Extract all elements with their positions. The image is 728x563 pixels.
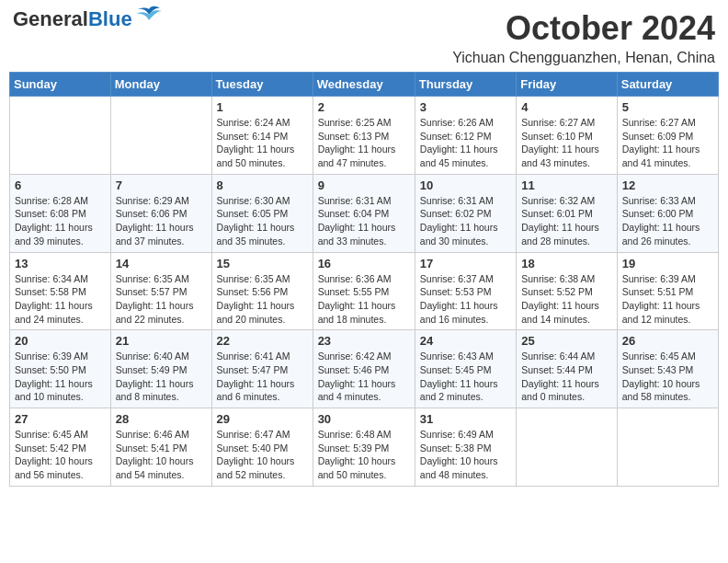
weekday-header-monday: Monday (110, 73, 211, 97)
day-number: 6 (15, 178, 106, 192)
calendar-cell: 18Sunrise: 6:38 AMSunset: 5:52 PMDayligh… (517, 252, 618, 330)
cell-info: Sunrise: 6:31 AMSunset: 6:04 PMDaylight:… (318, 195, 396, 247)
cell-info: Sunrise: 6:36 AMSunset: 5:55 PMDaylight:… (318, 273, 396, 325)
weekday-header-wednesday: Wednesday (313, 73, 415, 97)
day-number: 17 (420, 257, 511, 270)
cell-info: Sunrise: 6:28 AMSunset: 6:08 PMDaylight:… (15, 195, 93, 247)
cell-info: Sunrise: 6:29 AMSunset: 6:06 PMDaylight:… (116, 195, 194, 247)
calendar-cell: 14Sunrise: 6:35 AMSunset: 5:57 PMDayligh… (110, 252, 211, 330)
calendar-cell: 12Sunrise: 6:33 AMSunset: 6:00 PMDayligh… (617, 174, 718, 252)
day-number: 4 (521, 100, 612, 114)
day-number: 31 (420, 412, 511, 426)
calendar-week-row: 6Sunrise: 6:28 AMSunset: 6:08 PMDaylight… (10, 174, 719, 252)
cell-info: Sunrise: 6:43 AMSunset: 5:45 PMDaylight:… (420, 350, 498, 402)
calendar-cell (10, 97, 111, 175)
calendar-cell: 7Sunrise: 6:29 AMSunset: 6:06 PMDaylight… (110, 174, 211, 252)
cell-info: Sunrise: 6:35 AMSunset: 5:56 PMDaylight:… (217, 273, 295, 325)
cell-info: Sunrise: 6:44 AMSunset: 5:44 PMDaylight:… (521, 350, 599, 402)
cell-info: Sunrise: 6:42 AMSunset: 5:46 PMDaylight:… (318, 350, 396, 402)
weekday-header-sunday: Sunday (10, 73, 111, 97)
day-number: 13 (15, 257, 106, 270)
day-number: 8 (217, 178, 308, 192)
calendar-cell: 8Sunrise: 6:30 AMSunset: 6:05 PMDaylight… (211, 174, 313, 252)
calendar-cell: 5Sunrise: 6:27 AMSunset: 6:09 PMDaylight… (617, 97, 718, 175)
calendar-cell: 26Sunrise: 6:45 AMSunset: 5:43 PMDayligh… (617, 330, 718, 408)
logo: GeneralBlue (13, 9, 162, 29)
cell-info: Sunrise: 6:39 AMSunset: 5:50 PMDaylight:… (15, 350, 93, 402)
page-header: GeneralBlue October 2024 Yichuan Chenggu… (9, 9, 719, 66)
calendar-week-row: 13Sunrise: 6:34 AMSunset: 5:58 PMDayligh… (10, 252, 719, 330)
calendar-cell (110, 97, 211, 175)
day-number: 29 (217, 412, 308, 426)
calendar-cell: 20Sunrise: 6:39 AMSunset: 5:50 PMDayligh… (10, 330, 111, 408)
calendar-cell: 15Sunrise: 6:35 AMSunset: 5:56 PMDayligh… (211, 252, 313, 330)
day-number: 10 (420, 178, 511, 192)
calendar-cell: 24Sunrise: 6:43 AMSunset: 5:45 PMDayligh… (415, 330, 516, 408)
day-number: 2 (318, 100, 410, 114)
weekday-header-row: SundayMondayTuesdayWednesdayThursdayFrid… (10, 73, 719, 97)
day-number: 14 (116, 257, 207, 270)
calendar-cell: 27Sunrise: 6:45 AMSunset: 5:42 PMDayligh… (10, 408, 111, 487)
cell-info: Sunrise: 6:34 AMSunset: 5:58 PMDaylight:… (15, 273, 93, 325)
day-number: 22 (217, 334, 308, 348)
calendar-cell (617, 408, 718, 487)
day-number: 27 (15, 412, 106, 426)
cell-info: Sunrise: 6:46 AMSunset: 5:41 PMDaylight:… (116, 429, 194, 480)
title-block: October 2024 Yichuan Chengguanzhen, Hena… (452, 9, 715, 66)
day-number: 11 (521, 178, 612, 192)
cell-info: Sunrise: 6:47 AMSunset: 5:40 PMDaylight:… (217, 429, 295, 480)
day-number: 1 (217, 100, 308, 114)
calendar-cell: 29Sunrise: 6:47 AMSunset: 5:40 PMDayligh… (211, 408, 313, 487)
calendar-cell: 9Sunrise: 6:31 AMSunset: 6:04 PMDaylight… (313, 174, 415, 252)
cell-info: Sunrise: 6:27 AMSunset: 6:10 PMDaylight:… (521, 117, 599, 168)
weekday-header-thursday: Thursday (415, 73, 516, 97)
day-number: 12 (622, 178, 713, 192)
calendar-cell: 21Sunrise: 6:40 AMSunset: 5:49 PMDayligh… (110, 330, 211, 408)
calendar-cell: 1Sunrise: 6:24 AMSunset: 6:14 PMDaylight… (211, 97, 313, 175)
calendar-week-row: 1Sunrise: 6:24 AMSunset: 6:14 PMDaylight… (10, 97, 719, 175)
calendar-cell: 30Sunrise: 6:48 AMSunset: 5:39 PMDayligh… (313, 408, 415, 487)
calendar-header: SundayMondayTuesdayWednesdayThursdayFrid… (10, 73, 719, 97)
calendar-cell: 19Sunrise: 6:39 AMSunset: 5:51 PMDayligh… (617, 252, 718, 330)
cell-info: Sunrise: 6:41 AMSunset: 5:47 PMDaylight:… (217, 350, 295, 402)
cell-info: Sunrise: 6:32 AMSunset: 6:01 PMDaylight:… (521, 195, 599, 247)
weekday-header-saturday: Saturday (617, 73, 718, 97)
month-title: October 2024 (452, 9, 715, 48)
cell-info: Sunrise: 6:37 AMSunset: 5:53 PMDaylight:… (420, 273, 498, 325)
cell-info: Sunrise: 6:38 AMSunset: 5:52 PMDaylight:… (521, 273, 599, 325)
cell-info: Sunrise: 6:31 AMSunset: 6:02 PMDaylight:… (420, 195, 498, 247)
day-number: 9 (318, 178, 410, 192)
cell-info: Sunrise: 6:45 AMSunset: 5:42 PMDaylight:… (15, 429, 93, 480)
cell-info: Sunrise: 6:33 AMSunset: 6:00 PMDaylight:… (622, 195, 700, 247)
day-number: 15 (217, 257, 308, 270)
cell-info: Sunrise: 6:40 AMSunset: 5:49 PMDaylight:… (116, 350, 194, 402)
cell-info: Sunrise: 6:39 AMSunset: 5:51 PMDaylight:… (622, 273, 700, 325)
day-number: 5 (622, 100, 713, 114)
day-number: 24 (420, 334, 511, 348)
day-number: 7 (116, 178, 207, 192)
calendar-cell: 11Sunrise: 6:32 AMSunset: 6:01 PMDayligh… (517, 174, 618, 252)
calendar-cell: 23Sunrise: 6:42 AMSunset: 5:46 PMDayligh… (313, 330, 415, 408)
calendar-cell: 6Sunrise: 6:28 AMSunset: 6:08 PMDaylight… (10, 174, 111, 252)
calendar-cell: 3Sunrise: 6:26 AMSunset: 6:12 PMDaylight… (415, 97, 516, 175)
calendar-cell: 4Sunrise: 6:27 AMSunset: 6:10 PMDaylight… (517, 97, 618, 175)
calendar-cell: 31Sunrise: 6:49 AMSunset: 5:38 PMDayligh… (415, 408, 516, 487)
cell-info: Sunrise: 6:45 AMSunset: 5:43 PMDaylight:… (622, 350, 700, 402)
day-number: 19 (622, 257, 713, 270)
cell-info: Sunrise: 6:24 AMSunset: 6:14 PMDaylight:… (217, 117, 295, 168)
location-title: Yichuan Chengguanzhen, Henan, China (452, 50, 715, 66)
day-number: 23 (318, 334, 410, 348)
day-number: 20 (15, 334, 106, 348)
weekday-header-friday: Friday (517, 73, 618, 97)
day-number: 28 (116, 412, 207, 426)
cell-info: Sunrise: 6:30 AMSunset: 6:05 PMDaylight:… (217, 195, 295, 247)
calendar-body: 1Sunrise: 6:24 AMSunset: 6:14 PMDaylight… (10, 97, 719, 487)
calendar-cell: 10Sunrise: 6:31 AMSunset: 6:02 PMDayligh… (415, 174, 516, 252)
logo-bird-icon (136, 6, 162, 26)
day-number: 26 (622, 334, 713, 348)
calendar-table: SundayMondayTuesdayWednesdayThursdayFrid… (9, 72, 719, 487)
calendar-cell: 16Sunrise: 6:36 AMSunset: 5:55 PMDayligh… (313, 252, 415, 330)
calendar-cell (517, 408, 618, 487)
calendar-cell: 25Sunrise: 6:44 AMSunset: 5:44 PMDayligh… (517, 330, 618, 408)
calendar-cell: 13Sunrise: 6:34 AMSunset: 5:58 PMDayligh… (10, 252, 111, 330)
